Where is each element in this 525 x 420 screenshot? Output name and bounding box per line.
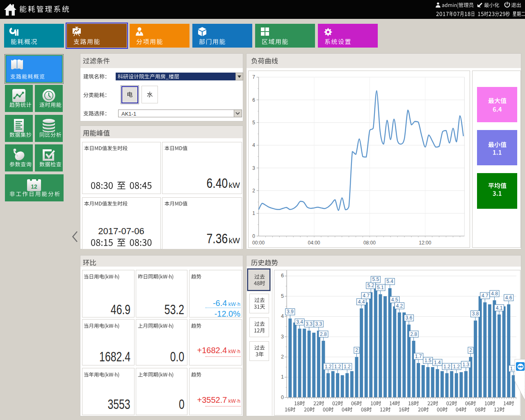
svg-text:2.8: 2.8 [320, 331, 327, 337]
svg-text:3.4: 3.4 [296, 319, 303, 325]
svg-text:2: 2 [469, 347, 472, 353]
svg-text:4.8: 4.8 [491, 291, 498, 297]
svg-text:2: 2 [355, 347, 358, 353]
svg-text:4.6: 4.6 [505, 295, 512, 301]
svg-text:3.6: 3.6 [406, 315, 413, 321]
svg-text:1.2: 1.2 [344, 364, 351, 370]
svg-text:3.8: 3.8 [472, 311, 479, 317]
svg-text:5.1: 5.1 [377, 285, 384, 290]
svg-text:1.2: 1.2 [334, 364, 341, 370]
svg-text:4.4: 4.4 [358, 299, 365, 305]
svg-text:3.3: 3.3 [306, 321, 313, 327]
svg-text:1.2: 1.2 [453, 364, 460, 370]
svg-text:2.8: 2.8 [410, 331, 417, 337]
svg-text:1.7: 1.7 [415, 354, 422, 359]
svg-text:4.1: 4.1 [496, 305, 503, 311]
svg-text:5.4: 5.4 [386, 278, 393, 284]
svg-text:4.2: 4.2 [396, 303, 403, 309]
svg-text:1.3: 1.3 [463, 362, 470, 368]
svg-text:1.2: 1.2 [325, 364, 332, 370]
svg-text:1.5: 1.5 [425, 358, 431, 363]
svg-text:4.7: 4.7 [482, 293, 488, 299]
svg-text:1.4: 1.4 [434, 360, 441, 365]
svg-text:3.9: 3.9 [287, 309, 294, 315]
svg-text:4.5: 4.5 [391, 297, 398, 303]
svg-text:4.7: 4.7 [363, 293, 370, 299]
svg-text:1.2: 1.2 [443, 364, 450, 370]
svg-text:3.3: 3.3 [315, 321, 322, 327]
svg-text:5.2: 5.2 [368, 283, 374, 288]
svg-text:5.5: 5.5 [372, 276, 379, 282]
svg-text:12: 12 [31, 183, 37, 190]
